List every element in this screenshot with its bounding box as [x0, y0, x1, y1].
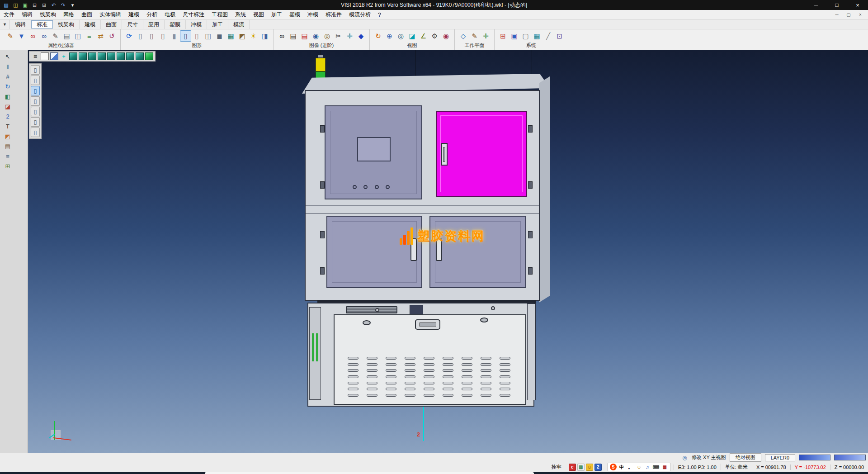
clip-icon[interactable]: ✂ [333, 30, 344, 42]
toolbox-icon[interactable]: ▦ [661, 464, 668, 470]
capture-icon[interactable]: ◎ [321, 30, 333, 42]
orbit-icon[interactable]: ↻ [2, 82, 13, 91]
palette-icon[interactable]: ◩ [2, 132, 13, 141]
menu-item[interactable]: 线架构 [36, 10, 60, 19]
layers-icon[interactable]: ≡ [2, 152, 13, 161]
menu-item[interactable]: 尺寸标注 [179, 10, 208, 19]
plane-view-icon[interactable]: ◪ [406, 30, 418, 42]
texture-icon[interactable]: ▦ [225, 30, 236, 42]
dock-icon-1[interactable]: ▯ [31, 65, 40, 75]
pin-icon[interactable]: ✛ [344, 30, 355, 42]
menu-item[interactable]: 网格 [60, 10, 78, 19]
light-icon[interactable]: ☀ [248, 30, 259, 42]
dock-icon-2[interactable]: ▯ [31, 76, 40, 85]
match-icon[interactable]: ≡ [84, 30, 95, 42]
reset-filter-icon[interactable]: ↺ [106, 30, 118, 42]
tab[interactable]: 塑膜 [165, 20, 186, 29]
pan-view-icon[interactable]: ⊕ [384, 30, 395, 42]
rotate-view-icon[interactable]: ↻ [373, 30, 384, 42]
render-icon[interactable]: ◨ [259, 30, 270, 42]
view-iso-4-icon[interactable] [98, 52, 106, 60]
undo-icon[interactable]: ↶ [49, 1, 58, 9]
target-view-icon[interactable]: ◉ [440, 30, 452, 42]
panel-icon[interactable]: ▢ [520, 30, 531, 42]
curve2-icon[interactable]: 2 [2, 112, 13, 121]
tab[interactable]: 线架构 [53, 20, 80, 29]
dock-icon-7[interactable]: ▯ [31, 128, 40, 137]
cylinder-2-icon[interactable]: ▯ [146, 30, 157, 42]
menu-item[interactable]: 文件 [0, 10, 18, 19]
link-icon[interactable]: ∞ [27, 30, 38, 42]
tab[interactable]: 编辑 [10, 20, 31, 29]
menu-item[interactable]: 标准件 [322, 10, 345, 19]
dock-icon-6[interactable]: ▯ [31, 117, 40, 127]
wireframe-icon[interactable]: ◫ [203, 30, 214, 42]
calc-icon[interactable]: ⊡ [554, 30, 565, 42]
glasses-icon[interactable]: ∞ [276, 30, 288, 42]
tab[interactable]: 应用 [143, 20, 165, 29]
close-button[interactable]: × [847, 0, 868, 10]
import-icon[interactable]: ⊟ [30, 1, 39, 9]
menu-item[interactable]: 建模 [125, 10, 143, 19]
mdi-restore-button[interactable]: ▢ [843, 11, 854, 19]
workplane-edit-icon[interactable]: ✎ [469, 30, 480, 42]
section-icon[interactable]: ‖ [2, 62, 13, 71]
menu-item[interactable]: 分析 [143, 10, 161, 19]
qat-caret-icon[interactable]: ▾ [68, 1, 77, 9]
refresh-icon[interactable]: ⟳ [123, 30, 135, 42]
print-icon[interactable]: ⊞ [40, 1, 48, 9]
dock-icon-5[interactable]: ▯ [31, 107, 40, 116]
lock-toggle[interactable]: 拴牢 [547, 464, 566, 470]
mdi-close-button[interactable]: × [854, 11, 866, 19]
open-file-icon[interactable]: ◫ [11, 1, 20, 9]
view-iso-7-icon[interactable] [126, 52, 134, 60]
minimize-button[interactable]: ─ [806, 0, 826, 10]
menu-item[interactable]: 加工 [268, 10, 286, 19]
tray-face-icon[interactable]: ☺ [586, 464, 593, 471]
menu-item[interactable]: 曲面 [78, 10, 96, 19]
view-tool-icon[interactable]: ◎ [681, 454, 688, 461]
tab-overflow-button[interactable]: ▼ [0, 20, 10, 29]
workplane-axis-icon[interactable]: ✛ [480, 30, 491, 42]
grid-icon[interactable]: ▦ [531, 30, 542, 42]
view-axes-icon[interactable]: + [60, 52, 68, 60]
view-mode-selector[interactable]: 绝对视图 [730, 453, 761, 462]
tab[interactable]: 模流 [228, 20, 250, 29]
cylinder-1-icon[interactable]: ▯ [135, 30, 146, 42]
material-icon[interactable]: ◩ [236, 30, 248, 42]
measure-icon[interactable]: # [2, 72, 13, 81]
save-file-icon[interactable]: ▣ [21, 1, 29, 9]
tray-chart-icon[interactable]: ▥ [577, 464, 585, 471]
copy-attr-icon[interactable]: ◫ [72, 30, 84, 42]
maximize-button[interactable]: □ [826, 0, 847, 10]
unlink-icon[interactable]: ∞ [38, 30, 50, 42]
erase-icon[interactable]: ◪ [2, 102, 13, 111]
monitor-icon[interactable]: ▣ [509, 30, 520, 42]
view-shaded-icon[interactable] [145, 52, 153, 60]
menu-item[interactable]: 工程图 [208, 10, 231, 19]
dock-icon-3[interactable]: ▯ [31, 86, 40, 95]
view-front-icon[interactable] [50, 52, 58, 60]
select-icon[interactable]: ↖ [2, 52, 13, 62]
menu-item[interactable]: 实体编辑 [96, 10, 125, 19]
tray-two-icon[interactable]: 2 [594, 464, 602, 471]
emoji-icon[interactable]: ☺ [636, 464, 642, 470]
menu-item[interactable]: 冲模 [304, 10, 322, 19]
layer-selector[interactable]: LAYER0 [765, 454, 795, 461]
gear-view-icon[interactable]: ⚙ [429, 30, 440, 42]
tab[interactable]: 标准 [31, 20, 53, 28]
view-iso-6-icon[interactable] [117, 52, 125, 60]
layer-list-icon[interactable]: ≡ [31, 52, 39, 60]
slope-icon[interactable]: ╱ [542, 30, 554, 42]
dock-icon-4[interactable]: ▯ [31, 96, 40, 106]
tab[interactable]: 尺寸 [122, 20, 143, 29]
gem-icon[interactable]: ◆ [355, 30, 367, 42]
notebook-icon[interactable]: ▤ [2, 142, 13, 151]
view-iso-1-icon[interactable] [69, 52, 77, 60]
menu-item[interactable]: 模流分析 [345, 10, 374, 19]
text-icon[interactable]: T [2, 122, 13, 131]
shaded-cube-icon[interactable]: ◧ [2, 92, 13, 101]
tab[interactable]: 建模 [80, 20, 101, 29]
solid-icon[interactable]: ◼ [214, 30, 225, 42]
mdi-minimize-button[interactable]: ─ [831, 11, 843, 19]
